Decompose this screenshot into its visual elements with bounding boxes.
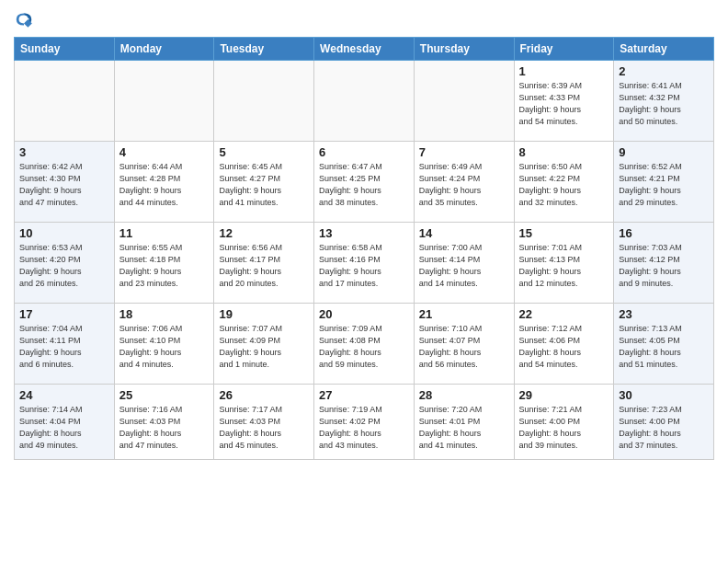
day-info: Sunrise: 7:20 AM Sunset: 4:01 PM Dayligh… (419, 404, 509, 452)
header (14, 9, 714, 29)
calendar-header: SundayMondayTuesdayWednesdayThursdayFrid… (15, 38, 714, 61)
calendar-cell (414, 61, 514, 142)
day-number: 13 (319, 226, 409, 240)
day-info: Sunrise: 7:00 AM Sunset: 4:14 PM Dayligh… (419, 242, 509, 290)
day-info: Sunrise: 7:06 AM Sunset: 4:10 PM Dayligh… (119, 323, 210, 371)
calendar-cell: 26Sunrise: 7:17 AM Sunset: 4:03 PM Dayli… (214, 385, 314, 460)
day-info: Sunrise: 7:13 AM Sunset: 4:05 PM Dayligh… (619, 323, 709, 371)
day-info: Sunrise: 7:09 AM Sunset: 4:08 PM Dayligh… (319, 323, 409, 371)
calendar-cell: 15Sunrise: 7:01 AM Sunset: 4:13 PM Dayli… (514, 223, 614, 304)
calendar-cell: 11Sunrise: 6:55 AM Sunset: 4:18 PM Dayli… (114, 223, 214, 304)
weekday-header-thursday: Thursday (414, 38, 514, 61)
day-info: Sunrise: 7:03 AM Sunset: 4:12 PM Dayligh… (619, 242, 709, 290)
day-number: 26 (219, 388, 309, 402)
calendar-cell: 7Sunrise: 6:49 AM Sunset: 4:24 PM Daylig… (414, 142, 514, 223)
calendar-body: 1Sunrise: 6:39 AM Sunset: 4:33 PM Daylig… (15, 61, 714, 460)
calendar-cell: 14Sunrise: 7:00 AM Sunset: 4:14 PM Dayli… (414, 223, 514, 304)
calendar-cell: 22Sunrise: 7:12 AM Sunset: 4:06 PM Dayli… (514, 304, 614, 385)
day-number: 2 (619, 64, 709, 78)
calendar-cell: 17Sunrise: 7:04 AM Sunset: 4:11 PM Dayli… (15, 304, 115, 385)
day-number: 7 (419, 145, 509, 159)
calendar-cell: 6Sunrise: 6:47 AM Sunset: 4:25 PM Daylig… (314, 142, 415, 223)
calendar-cell: 21Sunrise: 7:10 AM Sunset: 4:07 PM Dayli… (414, 304, 514, 385)
day-info: Sunrise: 7:01 AM Sunset: 4:13 PM Dayligh… (519, 242, 609, 290)
calendar-cell (214, 61, 314, 142)
day-number: 23 (619, 307, 709, 321)
calendar-cell: 19Sunrise: 7:07 AM Sunset: 4:09 PM Dayli… (214, 304, 314, 385)
day-number: 22 (519, 307, 609, 321)
day-info: Sunrise: 7:04 AM Sunset: 4:11 PM Dayligh… (19, 323, 109, 371)
weekday-header-monday: Monday (114, 38, 214, 61)
day-info: Sunrise: 7:12 AM Sunset: 4:06 PM Dayligh… (519, 323, 609, 371)
weekday-header-wednesday: Wednesday (314, 38, 415, 61)
day-number: 14 (419, 226, 509, 240)
day-info: Sunrise: 6:50 AM Sunset: 4:22 PM Dayligh… (519, 161, 609, 209)
day-info: Sunrise: 6:55 AM Sunset: 4:18 PM Dayligh… (119, 242, 210, 290)
logo-icon (14, 9, 34, 29)
calendar-cell: 12Sunrise: 6:56 AM Sunset: 4:17 PM Dayli… (214, 223, 314, 304)
weekday-header-saturday: Saturday (614, 38, 714, 61)
calendar-cell (314, 61, 415, 142)
day-info: Sunrise: 7:17 AM Sunset: 4:03 PM Dayligh… (219, 404, 309, 452)
page: SundayMondayTuesdayWednesdayThursdayFrid… (0, 0, 728, 563)
week-row-1: 3Sunrise: 6:42 AM Sunset: 4:30 PM Daylig… (15, 142, 714, 223)
calendar: SundayMondayTuesdayWednesdayThursdayFrid… (14, 37, 714, 460)
day-number: 15 (519, 226, 609, 240)
day-number: 3 (19, 145, 109, 159)
day-number: 25 (119, 388, 210, 402)
day-info: Sunrise: 6:56 AM Sunset: 4:17 PM Dayligh… (219, 242, 309, 290)
day-info: Sunrise: 7:23 AM Sunset: 4:00 PM Dayligh… (619, 404, 709, 452)
day-info: Sunrise: 7:19 AM Sunset: 4:02 PM Dayligh… (319, 404, 409, 452)
calendar-cell: 8Sunrise: 6:50 AM Sunset: 4:22 PM Daylig… (514, 142, 614, 223)
day-number: 4 (119, 145, 210, 159)
weekday-header-sunday: Sunday (15, 38, 115, 61)
day-number: 6 (319, 145, 409, 159)
calendar-cell: 16Sunrise: 7:03 AM Sunset: 4:12 PM Dayli… (614, 223, 714, 304)
week-row-4: 24Sunrise: 7:14 AM Sunset: 4:04 PM Dayli… (15, 385, 714, 460)
day-number: 29 (519, 388, 609, 402)
day-info: Sunrise: 6:49 AM Sunset: 4:24 PM Dayligh… (419, 161, 509, 209)
day-info: Sunrise: 6:52 AM Sunset: 4:21 PM Dayligh… (619, 161, 709, 209)
day-number: 12 (219, 226, 309, 240)
calendar-cell: 29Sunrise: 7:21 AM Sunset: 4:00 PM Dayli… (514, 385, 614, 460)
calendar-cell: 28Sunrise: 7:20 AM Sunset: 4:01 PM Dayli… (414, 385, 514, 460)
day-number: 5 (219, 145, 309, 159)
weekday-header-friday: Friday (514, 38, 614, 61)
day-number: 20 (319, 307, 409, 321)
calendar-cell: 13Sunrise: 6:58 AM Sunset: 4:16 PM Dayli… (314, 223, 415, 304)
calendar-cell: 3Sunrise: 6:42 AM Sunset: 4:30 PM Daylig… (15, 142, 115, 223)
calendar-cell: 4Sunrise: 6:44 AM Sunset: 4:28 PM Daylig… (114, 142, 214, 223)
logo (14, 9, 38, 29)
day-info: Sunrise: 6:44 AM Sunset: 4:28 PM Dayligh… (119, 161, 210, 209)
calendar-cell: 20Sunrise: 7:09 AM Sunset: 4:08 PM Dayli… (314, 304, 415, 385)
day-info: Sunrise: 6:47 AM Sunset: 4:25 PM Dayligh… (319, 161, 409, 209)
day-number: 24 (19, 388, 109, 402)
day-number: 16 (619, 226, 709, 240)
calendar-cell: 27Sunrise: 7:19 AM Sunset: 4:02 PM Dayli… (314, 385, 415, 460)
day-number: 27 (319, 388, 409, 402)
day-info: Sunrise: 7:21 AM Sunset: 4:00 PM Dayligh… (519, 404, 609, 452)
day-info: Sunrise: 6:39 AM Sunset: 4:33 PM Dayligh… (519, 80, 609, 128)
calendar-cell: 10Sunrise: 6:53 AM Sunset: 4:20 PM Dayli… (15, 223, 115, 304)
calendar-cell: 23Sunrise: 7:13 AM Sunset: 4:05 PM Dayli… (614, 304, 714, 385)
weekday-header-tuesday: Tuesday (214, 38, 314, 61)
week-row-2: 10Sunrise: 6:53 AM Sunset: 4:20 PM Dayli… (15, 223, 714, 304)
day-info: Sunrise: 6:42 AM Sunset: 4:30 PM Dayligh… (19, 161, 109, 209)
day-number: 8 (519, 145, 609, 159)
day-info: Sunrise: 6:58 AM Sunset: 4:16 PM Dayligh… (319, 242, 409, 290)
calendar-cell: 25Sunrise: 7:16 AM Sunset: 4:03 PM Dayli… (114, 385, 214, 460)
calendar-cell (114, 61, 214, 142)
day-number: 28 (419, 388, 509, 402)
week-row-3: 17Sunrise: 7:04 AM Sunset: 4:11 PM Dayli… (15, 304, 714, 385)
calendar-cell: 1Sunrise: 6:39 AM Sunset: 4:33 PM Daylig… (514, 61, 614, 142)
day-info: Sunrise: 7:10 AM Sunset: 4:07 PM Dayligh… (419, 323, 509, 371)
day-number: 19 (219, 307, 309, 321)
calendar-cell: 18Sunrise: 7:06 AM Sunset: 4:10 PM Dayli… (114, 304, 214, 385)
calendar-cell: 9Sunrise: 6:52 AM Sunset: 4:21 PM Daylig… (614, 142, 714, 223)
day-number: 18 (119, 307, 210, 321)
day-number: 11 (119, 226, 210, 240)
day-number: 21 (419, 307, 509, 321)
calendar-cell: 30Sunrise: 7:23 AM Sunset: 4:00 PM Dayli… (614, 385, 714, 460)
day-info: Sunrise: 7:14 AM Sunset: 4:04 PM Dayligh… (19, 404, 109, 452)
calendar-cell: 24Sunrise: 7:14 AM Sunset: 4:04 PM Dayli… (15, 385, 115, 460)
